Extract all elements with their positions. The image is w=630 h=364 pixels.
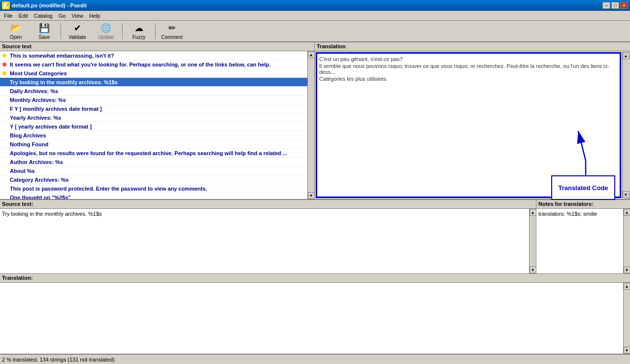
status-bar: 2 % translated, 134 strings (131 not tra… [0, 354, 630, 364]
source-row[interactable]: Daily Archives: %s [0, 87, 307, 96]
scroll-down-arrow[interactable]: ▼ [308, 192, 315, 199]
translation-content: C'est un peu gênant, n'est-ce pas?Il sem… [316, 52, 621, 198]
save-label: Save [39, 34, 50, 40]
trans-input-scroll-up[interactable]: ▲ [624, 283, 630, 290]
source-list-panel: Source text This is somewhat embarrassin… [0, 42, 315, 199]
app-icon: 📝 [2, 1, 10, 9]
source-row[interactable]: This is somewhat embarrassing, isn't it? [0, 51, 307, 60]
comment-button[interactable]: ✏ Comment [158, 22, 186, 40]
src-scroll-down[interactable]: ▼ [530, 266, 536, 273]
source-row[interactable]: Y [ yearly archives date format ] [0, 122, 307, 131]
top-panel: Source text This is somewhat embarrassin… [0, 42, 630, 200]
notes-scroll-up[interactable]: ▲ [624, 209, 630, 216]
notes-text-area[interactable] [536, 209, 623, 273]
save-icon: 💾 [39, 23, 50, 33]
close-button[interactable]: ✕ [620, 2, 628, 9]
maximize-button[interactable]: □ [611, 2, 619, 9]
comment-label: Comment [161, 34, 182, 40]
translation-line: C'est un peu gênant, n'est-ce pas? [319, 56, 618, 63]
source-row[interactable]: Try looking in the monthly archives. %1$… [0, 78, 307, 87]
translation-input-area[interactable] [0, 283, 623, 354]
translation-input-scrollbar[interactable]: ▲ ▼ [623, 283, 630, 354]
menu-catalog[interactable]: Catalog [31, 12, 56, 20]
src-scroll-up[interactable]: ▲ [530, 209, 536, 216]
update-label: Update [98, 34, 114, 40]
source-row[interactable]: F Y [ monthly archives date format ] [0, 104, 307, 113]
translation-line: Il semble que nous pouvons rsquo; trouve… [319, 63, 618, 75]
notes-panel: Notes for translators: ▲ ▼ [536, 200, 630, 273]
validate-icon: ✔ [74, 23, 81, 33]
source-row[interactable]: Monthly Archives: %s [0, 96, 307, 104]
source-text-header: Source text: [0, 200, 536, 209]
title-buttons: ─ □ ✕ [602, 2, 628, 9]
source-list-scroll[interactable]: This is somewhat embarrassing, isn't it?… [0, 51, 307, 199]
save-button[interactable]: 💾 Save [31, 22, 58, 40]
translation-line: Catégories les plus utilisées [319, 75, 618, 82]
source-text-panel: Source text: ▲ ▼ Notes for translators: … [0, 200, 630, 274]
fuzzy-button[interactable]: ☁ Fuzzy [125, 22, 153, 40]
source-row[interactable]: It seems we can't find what you're looki… [0, 60, 307, 69]
trans-input-scroll-track [624, 290, 630, 347]
source-row[interactable]: Author Archives: %s [0, 158, 307, 166]
menu-view[interactable]: View [68, 12, 86, 20]
open-button[interactable]: 📂 Open [2, 22, 30, 40]
toolbar-separator2 [122, 23, 123, 39]
menu-bar: File Edit Catalog Go View Help [0, 11, 630, 21]
menu-file[interactable]: File [1, 12, 16, 20]
status-text: 2 % translated, 134 strings (131 not tra… [2, 357, 115, 363]
title-bar: 📝 default.po (modified) - Poedit ─ □ ✕ [0, 0, 630, 11]
open-label: Open [10, 34, 22, 40]
validate-label: Validate [68, 34, 86, 40]
source-row[interactable]: Most Used Categories [0, 69, 307, 78]
title-bar-left: 📝 default.po (modified) - Poedit [2, 1, 87, 9]
src-scroll-track [530, 216, 536, 266]
fuzzy-label: Fuzzy [133, 34, 146, 40]
toolbar-separator3 [155, 23, 156, 39]
translation-panel: Translation C'est un peu gênant, n'est-c… [315, 42, 630, 199]
trans-scroll-up[interactable]: ▲ [623, 52, 630, 59]
scroll-track [308, 58, 315, 192]
source-row[interactable]: This post is password protected. Enter t… [0, 184, 307, 193]
main-container: Source text This is somewhat embarrassin… [0, 42, 630, 364]
minimize-button[interactable]: ─ [602, 2, 610, 9]
source-row[interactable]: One thought on "%2$s" [0, 193, 307, 199]
trans-input-scroll-down[interactable]: ▼ [624, 347, 630, 354]
scroll-up-arrow[interactable]: ▲ [308, 51, 315, 58]
source-row[interactable]: Blog Archives [0, 131, 307, 140]
update-icon: 🌐 [100, 23, 111, 33]
source-row[interactable]: Nothing Found [0, 140, 307, 149]
trans-scroll-down[interactable]: ▼ [623, 191, 630, 198]
source-row[interactable]: Category Archives: %s [0, 175, 307, 184]
source-list[interactable]: This is somewhat embarrassing, isn't it?… [0, 51, 314, 199]
source-panel-header: Source text [0, 42, 314, 51]
open-icon: 📂 [10, 23, 21, 33]
notes-header: Notes for translators: [536, 200, 630, 209]
bottom-panels: Source text: ▲ ▼ Notes for translators: … [0, 200, 630, 354]
translation-input-header: Translation: [0, 274, 630, 283]
source-text-area-container: Source text: ▲ ▼ [0, 200, 536, 273]
source-text-scrollbar[interactable]: ▲ ▼ [529, 209, 536, 273]
source-row[interactable]: About %s [0, 166, 307, 175]
comment-icon: ✏ [168, 23, 176, 33]
notes-scroll-track [624, 216, 630, 266]
toolbar-separator [61, 23, 61, 39]
source-list-scrollbar[interactable]: ▲ ▼ [307, 51, 314, 199]
translation-scrollbar[interactable]: ▲ ▼ [622, 52, 629, 198]
menu-edit[interactable]: Edit [16, 12, 31, 20]
translation-input-panel: Translation: ▲ ▼ [0, 274, 630, 354]
update-button[interactable]: 🌐 Update [92, 22, 120, 40]
translation-panel-header: Translation [315, 42, 630, 51]
source-row[interactable]: Apologies, but no results were found for… [0, 149, 307, 158]
source-text-area[interactable] [0, 209, 529, 273]
source-row[interactable]: Yearly Archives: %s [0, 113, 307, 122]
toolbar: 📂 Open 💾 Save ✔ Validate 🌐 Update ☁ Fuzz… [0, 21, 630, 42]
menu-help[interactable]: Help [86, 12, 103, 20]
notes-scroll-down[interactable]: ▼ [624, 266, 630, 273]
validate-button[interactable]: ✔ Validate [64, 22, 91, 40]
trans-scroll-track [623, 59, 630, 191]
menu-go[interactable]: Go [56, 12, 69, 20]
fuzzy-icon: ☁ [134, 23, 143, 33]
notes-scrollbar[interactable]: ▲ ▼ [623, 209, 630, 273]
window-title: default.po (modified) - Poedit [12, 2, 87, 8]
